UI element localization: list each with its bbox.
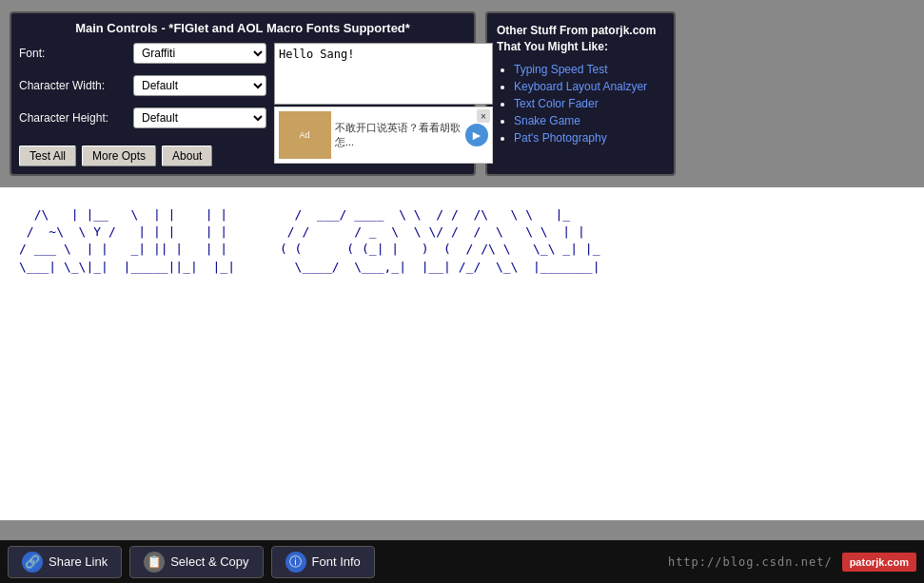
select-copy-label: Select & Copy: [170, 554, 248, 569]
char-width-select[interactable]: Default Smush Full Fit: [133, 75, 266, 96]
share-link-button[interactable]: 🔗 Share Link: [8, 546, 122, 578]
sidebar-link-typing-speed[interactable]: Typing Speed Test: [514, 63, 608, 76]
font-select[interactable]: Graffiti Standard Banner Block Bubble Di…: [133, 43, 266, 64]
font-label: Font:: [19, 47, 133, 60]
test-all-button[interactable]: Test All: [19, 146, 76, 166]
list-item: Pat's Photography: [514, 131, 664, 145]
list-item: Text Color Fader: [514, 97, 664, 110]
char-width-label: Character Width:: [19, 79, 133, 92]
ascii-art-output: /\ | |__ \ | | | | / ___/ ____ \ \ / / /…: [19, 206, 600, 276]
list-item: Snake Game: [514, 114, 664, 127]
ad-area: × Ad 不敢开口说英语？看看胡歌怎... ►: [274, 107, 493, 164]
char-height-label: Character Height:: [19, 111, 133, 125]
main-controls-panel: Main Controls - *FIGlet and AOL Macro Fo…: [10, 11, 476, 176]
ad-arrow-icon[interactable]: ►: [465, 124, 488, 146]
text-input[interactable]: Hello Sang!: [275, 44, 492, 101]
sidebar-link-text-color[interactable]: Text Color Fader: [514, 97, 599, 110]
sidebar-title: Other Stuff From patorjk.com That You Mi…: [497, 23, 664, 55]
font-info-icon: ⓘ: [285, 552, 306, 573]
select-copy-icon: 📋: [144, 552, 165, 573]
list-item: Keyboard Layout Analzyer: [514, 80, 664, 93]
footer-url: http://blog.csdn.net/: [375, 555, 842, 569]
font-info-button[interactable]: ⓘ Font Info: [271, 546, 375, 578]
select-copy-button[interactable]: 📋 Select & Copy: [129, 546, 263, 578]
about-button[interactable]: About: [162, 146, 212, 166]
sidebar-links: Typing Speed Test Keyboard Layout Analzy…: [497, 63, 664, 145]
list-item: Typing Speed Test: [514, 63, 664, 76]
footer-logo: patorjk.com: [842, 553, 916, 572]
font-info-label: Font Info: [312, 554, 361, 569]
sidebar-link-keyboard-layout[interactable]: Keyboard Layout Analzyer: [514, 80, 647, 93]
output-area: /\ | |__ \ | | | | / ___/ ____ \ \ / / /…: [0, 187, 924, 520]
text-output-area: Hello Sang!: [274, 43, 493, 105]
sidebar-link-snake-game[interactable]: Snake Game: [514, 114, 580, 127]
char-height-select[interactable]: Default Smush Full Fit: [133, 107, 266, 128]
ad-close-button[interactable]: ×: [477, 109, 490, 123]
footer: 🔗 Share Link 📋 Select & Copy ⓘ Font Info…: [0, 540, 924, 583]
share-link-label: Share Link: [49, 554, 108, 569]
ad-image: Ad: [279, 111, 331, 159]
share-link-icon: 🔗: [22, 552, 43, 573]
right-sidebar: Other Stuff From patorjk.com That You Mi…: [485, 11, 676, 176]
ad-text: 不敢开口说英语？看看胡歌怎...: [335, 121, 462, 149]
more-opts-button[interactable]: More Opts: [82, 146, 156, 166]
svg-text:Ad: Ad: [299, 130, 309, 140]
main-controls-title: Main Controls - *FIGlet and AOL Macro Fo…: [19, 21, 466, 35]
sidebar-link-photography[interactable]: Pat's Photography: [514, 131, 607, 145]
